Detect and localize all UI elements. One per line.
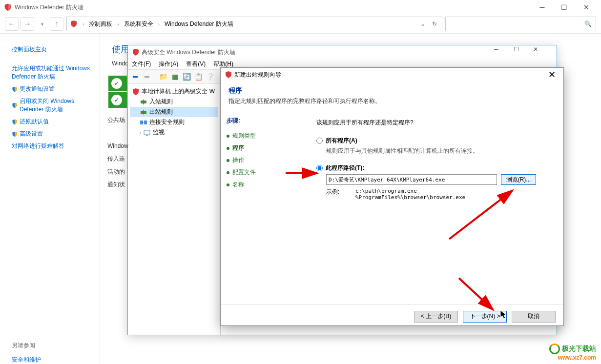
breadcrumb-bar[interactable]: › 控制面板 › 系统和安全 › Windows Defender 防火墙 ⌄ … bbox=[66, 17, 442, 31]
wizard-title: 新建出站规则向导 bbox=[234, 71, 281, 79]
wizard-close-button[interactable]: ✕ bbox=[544, 69, 560, 80]
maximize-button[interactable]: ☐ bbox=[553, 0, 575, 14]
tree-inbound-rules[interactable]: 入站规则 bbox=[130, 97, 218, 107]
cancel-button[interactable]: 取消 bbox=[512, 311, 556, 323]
step-name[interactable]: 名称 bbox=[227, 179, 303, 191]
tree-outbound-rules[interactable]: 出站规则 bbox=[130, 107, 218, 117]
radio-path-label: 此程序路径(T): bbox=[326, 164, 364, 172]
tree-monitoring[interactable]: › 监视 bbox=[130, 127, 218, 138]
adv-close-button[interactable]: ✕ bbox=[533, 46, 553, 59]
main-title: Windows Defender 防火墙 bbox=[15, 3, 83, 12]
toolbar-help-icon[interactable]: ❔ bbox=[205, 71, 215, 82]
next-button[interactable]: 下一步(N) > bbox=[463, 311, 507, 323]
shield-icon bbox=[70, 20, 78, 28]
nav-up-button[interactable]: ↑ bbox=[50, 17, 63, 31]
toolbar-back-button[interactable]: ⬅ bbox=[130, 71, 141, 82]
nav-history-dropdown[interactable]: ▾ bbox=[37, 17, 47, 31]
toolbar-forward-button[interactable]: ➡ bbox=[142, 71, 152, 82]
expand-icon: › bbox=[140, 130, 141, 135]
nav-forward-button[interactable]: → bbox=[21, 17, 34, 31]
toolbar-export-icon[interactable]: 📋 bbox=[193, 71, 204, 82]
menu-file[interactable]: 文件(F) bbox=[132, 60, 151, 68]
radio-all-desc: 规则应用于与其他规则属性相匹配的计算机上的所有连接。 bbox=[326, 147, 556, 155]
back-button[interactable]: < 上一步(B) bbox=[414, 311, 458, 323]
wizard-footer: < 上一步(B) 下一步(N) > 取消 bbox=[221, 304, 563, 328]
sidebar-advanced-link[interactable]: 高级设置 bbox=[12, 128, 92, 140]
example-label: 示例: bbox=[326, 188, 346, 201]
nav-back-button[interactable]: ← bbox=[5, 17, 19, 31]
svg-rect-7 bbox=[144, 130, 150, 135]
shield-icon bbox=[12, 102, 18, 108]
breadcrumb-item[interactable]: 控制面板 bbox=[89, 20, 112, 28]
refresh-button[interactable]: ↻ bbox=[430, 20, 439, 27]
wizard-question: 该规则应用于所有程序还是特定程序? bbox=[316, 119, 556, 127]
monitor-icon bbox=[143, 129, 151, 137]
breadcrumb-item[interactable]: 系统和安全 bbox=[124, 20, 153, 28]
svg-rect-4 bbox=[140, 121, 143, 124]
example-text: c:\path\program.exe %ProgramFiles%\brows… bbox=[355, 188, 465, 201]
sidebar-restore-link[interactable]: 还原默认值 bbox=[12, 116, 92, 128]
breadcrumb-item[interactable]: Windows Defender 防火墙 bbox=[165, 20, 233, 28]
sidebar-security-maint-link[interactable]: 安全和维护 bbox=[12, 354, 92, 364]
sidebar-allow-app-link[interactable]: 允许应用或功能通过 Windows Defender 防火墙 bbox=[12, 62, 92, 83]
check-icon: ✓ bbox=[111, 95, 122, 105]
close-button[interactable]: ✕ bbox=[575, 0, 597, 14]
step-rule-type[interactable]: 规则类型 bbox=[227, 130, 303, 142]
toolbar-list-icon[interactable]: ▦ bbox=[169, 71, 180, 82]
logo-icon bbox=[549, 344, 560, 354]
steps-title: 步骤: bbox=[227, 117, 303, 125]
chevron-right-icon: › bbox=[117, 21, 119, 27]
step-profile[interactable]: 配置文件 bbox=[227, 166, 303, 179]
wizard-titlebar: 新建出站规则向导 ✕ bbox=[221, 68, 563, 81]
outbound-icon bbox=[140, 108, 147, 116]
shield-icon bbox=[225, 71, 232, 79]
sidebar-home-link[interactable]: 控制面板主页 bbox=[12, 43, 92, 56]
sidebar: 控制面板主页 允许应用或功能通过 Windows Defender 防火墙 更改… bbox=[0, 34, 100, 364]
radio-all-label: 所有程序(A) bbox=[326, 137, 357, 145]
menu-view[interactable]: 查看(V) bbox=[186, 60, 206, 68]
svg-marker-3 bbox=[142, 109, 144, 115]
svg-rect-5 bbox=[144, 121, 147, 124]
adv-maximize-button[interactable]: ☐ bbox=[514, 46, 533, 59]
step-program[interactable]: 程序 bbox=[227, 142, 303, 154]
tree-connection-security[interactable]: 连接安全规则 bbox=[130, 117, 218, 127]
check-icon: ✓ bbox=[111, 78, 122, 89]
wizard-header: 程序 指定此规则匹配的程序的完整程序路径和可执行程序名称。 bbox=[221, 81, 563, 109]
menu-action[interactable]: 操作(A) bbox=[159, 60, 178, 68]
watermark-url: www.xz7.com bbox=[558, 354, 596, 361]
browse-button[interactable]: 浏览(R)... bbox=[501, 174, 536, 185]
toolbar-refresh-icon[interactable]: 🔄 bbox=[181, 71, 192, 82]
radio-all-programs[interactable] bbox=[316, 138, 323, 144]
shield-icon bbox=[12, 131, 18, 137]
svg-marker-1 bbox=[143, 99, 145, 105]
toolbar-folder-icon[interactable]: 📁 bbox=[158, 71, 168, 82]
search-icon: 🔍 bbox=[584, 20, 592, 27]
watermark: 极光下载站 www.xz7.com bbox=[549, 344, 596, 361]
radio-program-path[interactable] bbox=[316, 165, 323, 171]
step-action[interactable]: 操作 bbox=[227, 154, 303, 166]
sidebar-toggle-link[interactable]: 启用或关闭 Windows Defender 防火墙 bbox=[12, 95, 92, 116]
chevron-right-icon: › bbox=[83, 21, 84, 27]
shield-icon bbox=[12, 119, 18, 125]
tree-root[interactable]: 本地计算机 上的高级安全 W bbox=[130, 86, 218, 97]
program-path-input[interactable] bbox=[326, 174, 497, 185]
svg-rect-8 bbox=[146, 135, 148, 136]
wizard-subheading: 指定此规则匹配的程序的完整程序路径和可执行程序名称。 bbox=[228, 97, 556, 105]
minimize-button[interactable]: ─ bbox=[531, 0, 553, 14]
shield-icon bbox=[12, 86, 18, 92]
shield-icon bbox=[132, 88, 140, 96]
shield-icon bbox=[4, 3, 12, 11]
sidebar-notify-link[interactable]: 更改通知设置 bbox=[12, 83, 92, 95]
breadcrumb-dropdown[interactable]: ⌄ bbox=[418, 20, 427, 27]
wizard-heading: 程序 bbox=[228, 86, 556, 95]
new-rule-wizard-dialog: 新建出站规则向导 ✕ 程序 指定此规则匹配的程序的完整程序路径和可执行程序名称。… bbox=[220, 67, 564, 326]
wizard-steps-panel: 步骤: 规则类型 程序 操作 配置文件 名称 bbox=[221, 109, 309, 304]
search-input[interactable]: 🔍 bbox=[445, 17, 596, 31]
inbound-icon bbox=[140, 98, 147, 106]
watermark-name: 极光下载站 bbox=[562, 344, 596, 353]
connection-icon bbox=[140, 119, 147, 126]
main-titlebar: Windows Defender 防火墙 ─ ☐ ✕ bbox=[0, 0, 601, 15]
adv-minimize-button[interactable]: ─ bbox=[494, 46, 514, 59]
adv-title: 高级安全 Windows Defender 防火墙 bbox=[142, 48, 235, 57]
sidebar-troubleshoot-link[interactable]: 对网络进行疑难解答 bbox=[12, 140, 92, 152]
